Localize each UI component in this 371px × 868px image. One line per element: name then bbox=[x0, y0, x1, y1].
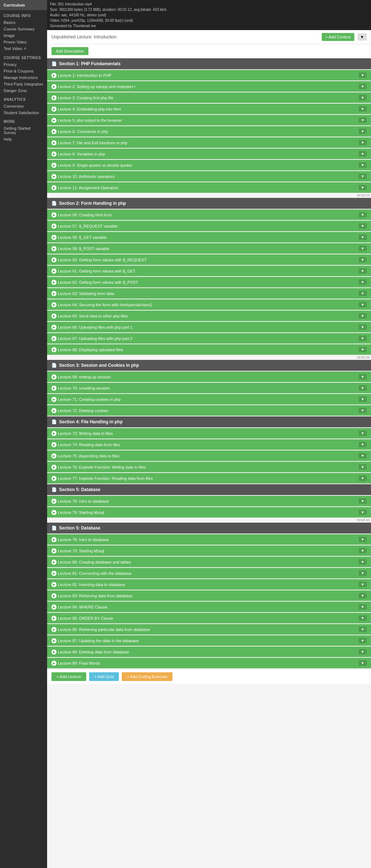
lecture-title: ▶Lecture 63: Validating form data bbox=[51, 291, 114, 296]
lecture-row: ▶Lecture 61: Getting form values with $_… bbox=[47, 266, 371, 276]
lecture-row: ▶Lecture 79: Starting Mysql ▼ bbox=[47, 507, 371, 518]
lecture-title: ▶Lecture 77: Implode Function: Reading d… bbox=[51, 476, 153, 481]
lecture-dropdown[interactable]: ▼ bbox=[359, 559, 367, 565]
lecture-row: ▶Lecture 82: Inserting data to database … bbox=[47, 579, 371, 590]
lecture-dropdown[interactable]: ▼ bbox=[359, 570, 367, 576]
sidebar-item-danger-zone[interactable]: Danger Zone bbox=[0, 87, 47, 94]
lecture-dropdown[interactable]: ▼ bbox=[359, 537, 367, 542]
collapse-button[interactable]: ▼ bbox=[358, 33, 367, 41]
sidebar-item-course-summary[interactable]: Course Summary bbox=[0, 26, 47, 32]
lecture-dropdown[interactable]: ▼ bbox=[359, 475, 367, 481]
sidebar-item-student-satisfaction[interactable]: Student Satisfaction bbox=[0, 109, 47, 116]
lecture-dropdown[interactable]: ▼ bbox=[359, 615, 367, 621]
lecture-title: ▶Lecture 69: setting up session bbox=[51, 374, 111, 379]
sidebar-item-privacy[interactable]: Privacy bbox=[0, 61, 47, 68]
lecture-dropdown[interactable]: ▼ bbox=[359, 257, 367, 262]
lecture-dropdown[interactable]: ▼ bbox=[359, 510, 367, 515]
lecture-dropdown[interactable]: ▼ bbox=[359, 313, 367, 319]
lecture-dropdown[interactable]: ▼ bbox=[359, 649, 367, 655]
video-info-line5: Generated by Thumbnail me bbox=[50, 23, 368, 29]
sidebar-item-manage-instructors[interactable]: Manage Instructors bbox=[0, 74, 47, 81]
video-info-line3: Audio: aac, 44100 Hz, stereo (und) bbox=[50, 12, 368, 18]
lecture-dropdown[interactable]: ▼ bbox=[359, 279, 367, 285]
add-lecture-button[interactable]: + Add Lecture bbox=[51, 672, 86, 681]
lecture-title: ▶Lecture 84: WHERE Clause bbox=[51, 605, 107, 610]
lecture-dropdown[interactable]: ▼ bbox=[359, 84, 367, 89]
lecture-dropdown[interactable]: ▼ bbox=[359, 408, 367, 413]
lecture-dropdown[interactable]: ▼ bbox=[359, 117, 367, 123]
sidebar-item-promo-video[interactable]: Promo Video bbox=[0, 39, 47, 45]
add-quiz-button[interactable]: + Add Quiz bbox=[89, 672, 119, 681]
lecture-dropdown[interactable]: ▼ bbox=[359, 185, 367, 190]
lecture-label: Lecture 88: Deleting data from database bbox=[58, 650, 129, 654]
sidebar-item-help[interactable]: Help bbox=[0, 136, 47, 142]
lecture-label: Lecture 66: Uploading files with php par… bbox=[58, 325, 132, 329]
lecture-dropdown[interactable]: ▼ bbox=[359, 593, 367, 598]
lecture-dropdown[interactable]: ▼ bbox=[359, 442, 367, 447]
add-description-button[interactable]: Add Description bbox=[51, 47, 88, 55]
lecture-dropdown[interactable]: ▼ bbox=[359, 129, 367, 134]
lecture-dropdown[interactable]: ▼ bbox=[359, 548, 367, 553]
lecture-row: ▶Lecture 59: $_POST variable ▼ bbox=[47, 243, 371, 254]
lecture-dropdown[interactable]: ▼ bbox=[359, 95, 367, 100]
lecture-dropdown[interactable]: ▼ bbox=[359, 604, 367, 610]
lecture-icon: ▶ bbox=[51, 582, 57, 587]
lecture-icon: ▶ bbox=[51, 537, 57, 542]
lecture-dropdown[interactable]: ▼ bbox=[359, 627, 367, 632]
lecture-dropdown[interactable]: ▼ bbox=[359, 374, 367, 379]
section-1-title: Section 1: PHP Fundamentals bbox=[59, 61, 121, 66]
lecture-dropdown[interactable]: ▼ bbox=[359, 324, 367, 330]
add-description-area: Add Description bbox=[47, 44, 371, 58]
lecture-dropdown[interactable]: ▼ bbox=[359, 582, 367, 587]
lecture-dropdown[interactable]: ▼ bbox=[359, 140, 367, 145]
lecture-label: Lecture 83: Retrieving data from databas… bbox=[58, 594, 132, 598]
lecture-dropdown[interactable]: ▼ bbox=[359, 151, 367, 157]
sidebar: Curriculum COURSE INFO Basics Course Sum… bbox=[0, 0, 47, 868]
lecture-label: Lecture 7: Die and Exit functions in php bbox=[58, 141, 127, 145]
sidebar-item-test-video[interactable]: Test Video ↗ bbox=[0, 45, 47, 52]
section-5b-title: Section 5: Database bbox=[59, 526, 100, 531]
sidebar-item-getting-started[interactable]: Getting Started Survey bbox=[0, 125, 47, 136]
lecture-row: ▶Lecture 85: ORDER BY Clause ▼ bbox=[47, 613, 371, 623]
add-coding-exercise-button[interactable]: + Add Coding Exercise bbox=[122, 672, 172, 681]
lecture-dropdown[interactable]: ▼ bbox=[359, 162, 367, 168]
lecture-dropdown[interactable]: ▼ bbox=[359, 453, 367, 458]
lecture-dropdown[interactable]: ▼ bbox=[359, 347, 367, 352]
lecture-dropdown[interactable]: ▼ bbox=[359, 385, 367, 391]
curriculum-tab[interactable]: Curriculum bbox=[0, 0, 47, 10]
lecture-dropdown[interactable]: ▼ bbox=[359, 498, 367, 504]
lecture-dropdown[interactable]: ▼ bbox=[359, 246, 367, 251]
lecture-dropdown[interactable]: ▼ bbox=[359, 638, 367, 643]
sidebar-item-conversion[interactable]: Conversion bbox=[0, 103, 47, 109]
add-content-button[interactable]: + Add Content bbox=[322, 33, 354, 41]
section-5a-header: 📄 Section 5: Database bbox=[47, 484, 371, 495]
lecture-dropdown[interactable]: ▼ bbox=[359, 212, 367, 217]
lecture-row: ▶ Lecture 8: Variables in php ▼ bbox=[47, 149, 371, 159]
lecture-label: Lecture 82: Inserting data to database bbox=[58, 582, 125, 587]
lecture-dropdown[interactable]: ▼ bbox=[359, 72, 367, 78]
lecture-dropdown[interactable]: ▼ bbox=[359, 268, 367, 274]
lecture-dropdown[interactable]: ▼ bbox=[359, 291, 367, 296]
lecture-dropdown[interactable]: ▼ bbox=[359, 174, 367, 179]
lecture-title: ▶Lecture 89: Final Words bbox=[51, 661, 100, 666]
lecture-label: Lecture 86: Retrieving particular data f… bbox=[58, 627, 150, 632]
sidebar-item-image[interactable]: Image bbox=[0, 32, 47, 39]
lecture-dropdown[interactable]: ▼ bbox=[359, 223, 367, 229]
lecture-title: ▶Lecture 73: Writing data to files bbox=[51, 431, 113, 436]
lecture-dropdown[interactable]: ▼ bbox=[359, 431, 367, 436]
doc-icon-s2: 📄 bbox=[51, 201, 57, 206]
sidebar-item-price-coupons[interactable]: Price & Coupons bbox=[0, 68, 47, 74]
lecture-label: Lecture 76: Explode Function: Writing da… bbox=[58, 465, 146, 469]
lecture-dropdown[interactable]: ▼ bbox=[359, 396, 367, 402]
lecture-dropdown[interactable]: ▼ bbox=[359, 234, 367, 240]
lecture-dropdown[interactable]: ▼ bbox=[359, 464, 367, 470]
lecture-dropdown[interactable]: ▼ bbox=[359, 302, 367, 307]
lecture-dropdown[interactable]: ▼ bbox=[359, 106, 367, 112]
lecture-dropdown[interactable]: ▼ bbox=[359, 336, 367, 341]
lecture-title: ▶Lecture 65: Send data to other php file… bbox=[51, 313, 128, 319]
sidebar-item-basics[interactable]: Basics bbox=[0, 19, 47, 26]
lecture-label: Lecture 58: $_GET variable bbox=[58, 235, 107, 240]
lecture-dropdown[interactable]: ▼ bbox=[359, 660, 367, 666]
sidebar-item-third-party[interactable]: Third Party Integration bbox=[0, 81, 47, 87]
lecture-label: Lecture 81: Connecting with the database bbox=[58, 571, 132, 576]
